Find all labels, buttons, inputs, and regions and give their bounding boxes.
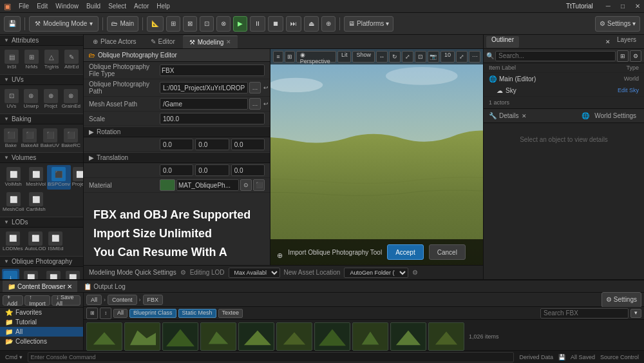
cb-filter-dropdown[interactable]: ▾ (630, 309, 641, 318)
material-browse[interactable]: ⬛ (253, 179, 265, 191)
tool-inst[interactable]: ▤ InSt (2, 48, 21, 72)
cb-import-btn[interactable]: ↑ Import (24, 295, 50, 306)
vp-maximize-icon[interactable]: ⤢ (456, 51, 468, 63)
section-oblique[interactable]: ▼ Oblique Photography (0, 256, 83, 267)
qs-editing-select[interactable]: Max Available (229, 268, 280, 278)
asset-thumb-7[interactable] (314, 322, 350, 351)
cb-filter-all[interactable]: All (113, 309, 128, 318)
cb-search-input[interactable] (540, 308, 629, 319)
menu-build[interactable]: Build (86, 3, 100, 10)
rotation-y[interactable] (195, 139, 229, 150)
asset-thumb-10[interactable] (428, 322, 464, 351)
tab-outliner[interactable]: Outliner (486, 36, 519, 48)
eject-btn[interactable]: ⏏ (304, 16, 319, 32)
tool-autolod[interactable]: ⬜ AutoLOD (24, 230, 47, 254)
tool-grained[interactable]: ⊗ GrainEd (61, 87, 81, 112)
vp-translate-icon[interactable]: ↔ (376, 51, 388, 63)
tool-bakeuv[interactable]: ⬛ BakeUV (40, 126, 60, 151)
translation-z[interactable] (231, 164, 265, 176)
tool-lodmes[interactable]: ⬜ LODMes (2, 230, 24, 254)
tool-bakeall[interactable]: ⬛ BakeAll (21, 126, 39, 151)
qs-gear2-icon[interactable]: ⚙ (412, 269, 418, 276)
tool-lodprint[interactable]: ⬜ LODPrint (20, 269, 43, 279)
material-use[interactable]: ⊙ (240, 179, 252, 191)
play-btn[interactable]: ▶ (233, 16, 247, 32)
step-btn[interactable]: ⏭ (286, 16, 301, 32)
tool-import[interactable]: ↓ Import (2, 269, 19, 279)
platforms-dropdown[interactable]: 🖥 Platforms ▾ (344, 16, 393, 32)
accept-button[interactable]: Accept (387, 244, 424, 260)
details-close[interactable]: ✕ (522, 113, 527, 119)
rotation-z[interactable] (231, 139, 265, 150)
qs-location-select[interactable]: AutoGen Folder (World-Relative) (344, 268, 408, 278)
vp-show[interactable]: Show (352, 51, 375, 63)
spawn-btn[interactable]: ⊕ (321, 16, 336, 32)
cb-tree-all[interactable]: 📁 All (0, 327, 83, 337)
cb-fbx-btn[interactable]: FBX (143, 295, 164, 305)
cb-sort-icon[interactable]: ↕ (100, 308, 111, 319)
tool-unwrp[interactable]: ⊛ Unwrp (22, 87, 41, 112)
tool-bake[interactable]: ⬛ Bake (2, 126, 20, 151)
asset-thumb-6[interactable] (276, 322, 312, 351)
cb-filter-textee[interactable]: Textee (218, 309, 243, 318)
outliner-item-main[interactable]: 🌐 Main (Editor) World (484, 73, 644, 84)
asset-thumb-5[interactable] (238, 322, 274, 351)
cb-tree-tutorial[interactable]: 📁 Tutorial (0, 317, 83, 327)
photo-path-input[interactable] (160, 82, 248, 93)
tool-bspconv[interactable]: ⬛ BSPConv (47, 165, 71, 190)
cancel-button[interactable]: Cancel (429, 244, 466, 260)
snap-btn5[interactable]: ⊗ (216, 16, 231, 32)
vp-number[interactable]: 10 (440, 51, 455, 63)
tool-projct[interactable]: ⊕ Projct (41, 87, 61, 112)
stop-btn[interactable]: ⏹ (268, 16, 283, 32)
section-lods[interactable]: ▼ LODs (0, 217, 83, 228)
vp-rotate-icon[interactable]: ↻ (389, 51, 401, 63)
vp-hamburger[interactable]: ≡ (273, 51, 283, 63)
cb-content-btn[interactable]: Content (108, 295, 137, 305)
close-btn[interactable]: ✕ (635, 3, 640, 10)
asset-thumb-2[interactable] (124, 322, 160, 351)
cb-filter-static-mesh[interactable]: Static Mesh (178, 309, 216, 318)
mode-dropdown[interactable]: ⚒ Modeling Mode ▾ (29, 16, 99, 32)
outliner-settings-icon[interactable]: ⚙ (630, 50, 641, 62)
minimize-btn[interactable]: ─ (606, 3, 611, 10)
asset-thumb-4[interactable] (200, 322, 236, 351)
tool-meshcoll[interactable]: ⬜ MeshColl (2, 190, 24, 215)
asset-thumb-1[interactable] (86, 322, 122, 351)
cb-settings-btn[interactable]: ⚙ Settings (601, 292, 641, 308)
outliner-close[interactable]: ✕ (605, 39, 611, 45)
section-baking[interactable]: ▼ Baking (0, 113, 83, 124)
asset-thumb-3[interactable] (162, 322, 198, 351)
tool-volmsh[interactable]: ⬜ VolMsh (2, 165, 24, 190)
qs-gear-icon[interactable]: ⚙ (180, 269, 186, 276)
translation-y[interactable] (195, 164, 229, 176)
cb-filter-blueprint[interactable]: Blueprint Class (129, 309, 176, 318)
tool-tgtris[interactable]: △ Trgtris (42, 48, 61, 72)
tab-place-actors[interactable]: ⊕ Place Actors (86, 35, 143, 48)
vp-dots-icon[interactable]: ⋯ (469, 51, 480, 63)
photo-path-browse[interactable]: … (249, 82, 261, 93)
translation-section[interactable]: ▶ Translation (84, 152, 270, 163)
section-attributes[interactable]: ▼ Attributes (0, 35, 83, 46)
tool-attre[interactable]: ✎ AttrEd (62, 48, 81, 72)
section-volumes[interactable]: ▼ Volumes (0, 152, 83, 163)
cmd-dropdown[interactable]: Cmd ▾ (5, 354, 23, 360)
console-input[interactable] (28, 352, 515, 362)
vp-perspective[interactable]: ◉ Perspective (296, 51, 336, 63)
tool-remesh[interactable]: ⬜ Remesh (43, 269, 64, 279)
cb-tree-collections[interactable]: 📂 Collections (0, 337, 83, 346)
tool-bakerc[interactable]: ⬛ BakeRC (61, 126, 81, 151)
outliner-filter-icon[interactable]: ⊞ (617, 50, 629, 62)
vp-lit[interactable]: Lit (337, 51, 352, 63)
outliner-search-input[interactable] (495, 51, 616, 61)
world-settings-button[interactable]: World Settings (592, 112, 639, 119)
tool-slopes[interactable]: ⬜ Slope S (64, 269, 81, 279)
outliner-item-sky[interactable]: ☁ Sky Edit Sky (484, 84, 644, 96)
tab-layers[interactable]: Layers (612, 36, 641, 48)
snap-btn3[interactable]: ⊠ (183, 16, 197, 32)
tab-modeling[interactable]: ⚒ Modeling ✕ (183, 35, 238, 48)
cb-all-btn[interactable]: All (86, 295, 102, 305)
tab-output-log[interactable]: 📋 Output Log (79, 280, 130, 292)
asset-thumb-8[interactable] (352, 322, 388, 351)
settings-dropdown[interactable]: ⚙ Settings ▾ (595, 16, 640, 32)
